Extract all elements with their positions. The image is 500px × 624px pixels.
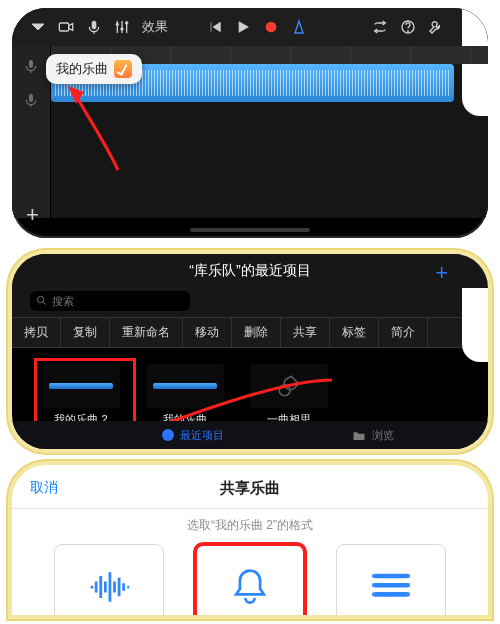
new-project-button[interactable]: + xyxy=(435,260,448,286)
svg-rect-1 xyxy=(92,21,96,29)
svg-point-3 xyxy=(121,28,124,31)
svg-rect-9 xyxy=(29,94,33,102)
cancel-button[interactable]: 取消 xyxy=(30,479,58,497)
help-icon[interactable] xyxy=(400,19,416,35)
share-title: 共享乐曲 xyxy=(220,479,280,496)
format-ringtone[interactable] xyxy=(195,544,305,615)
tab-recent[interactable]: 最近项目 xyxy=(162,428,224,443)
mic-track-icon[interactable] xyxy=(23,58,39,74)
dropdown-icon[interactable] xyxy=(30,19,46,35)
sliders-icon[interactable] xyxy=(114,19,130,35)
rewind-icon[interactable] xyxy=(207,19,223,35)
garageband-app-icon xyxy=(114,60,132,78)
metronome-icon[interactable] xyxy=(291,19,307,35)
context-menu: 拷贝 复制 重新命名 移动 删除 共享 标签 简介 xyxy=(12,317,488,348)
menu-info[interactable]: 简介 xyxy=(379,318,428,347)
svg-point-11 xyxy=(37,296,43,302)
guitar-icon xyxy=(276,373,302,399)
menu-move[interactable]: 移动 xyxy=(183,318,232,347)
share-subtitle: 选取“我的乐曲 2”的格式 xyxy=(12,509,488,544)
recent-projects-screenshot: “库乐队”的最近项目 + 拷贝 复制 重新命名 移动 删除 共享 标签 简介 我… xyxy=(12,254,488,449)
menu-rename[interactable]: 重新命名 xyxy=(110,318,183,347)
project-thumbnail xyxy=(146,364,224,408)
svg-point-7 xyxy=(407,30,408,31)
clock-icon xyxy=(162,429,174,441)
song-title-label: 我的乐曲 xyxy=(56,60,108,78)
tab-browse-label: 浏览 xyxy=(372,428,394,443)
menu-delete[interactable]: 删除 xyxy=(232,318,281,347)
browser-title-bar: “库乐队”的最近项目 + xyxy=(12,254,488,288)
camera-icon[interactable] xyxy=(58,19,74,35)
mic-track-icon-2[interactable] xyxy=(23,92,39,108)
format-options xyxy=(12,544,488,615)
play-icon[interactable] xyxy=(235,19,251,35)
format-song[interactable] xyxy=(54,544,164,615)
project-thumbnail xyxy=(250,364,328,408)
menu-tags[interactable]: 标签 xyxy=(330,318,379,347)
waveform-icon xyxy=(87,565,131,609)
tracks-icon xyxy=(369,565,413,609)
menu-duplicate[interactable]: 复制 xyxy=(61,318,110,347)
wrench-icon[interactable] xyxy=(428,19,444,35)
bell-icon xyxy=(228,565,272,609)
mic-icon[interactable] xyxy=(86,19,102,35)
menu-share[interactable]: 共享 xyxy=(281,318,330,347)
share-sheet-screenshot: 取消 共享乐曲 选取“我的乐曲 2”的格式 xyxy=(12,465,488,615)
fx-button[interactable]: 效果 xyxy=(142,18,168,36)
search-icon xyxy=(36,295,47,306)
search-row xyxy=(12,288,488,317)
svg-point-5 xyxy=(265,22,276,33)
editor-toolbar: 效果 xyxy=(12,8,488,46)
editor-screenshot: 效果 我的乐曲 + xyxy=(12,8,488,238)
tab-browse[interactable]: 浏览 xyxy=(352,428,394,443)
bottom-tab-bar: 最近项目 浏览 xyxy=(12,421,488,449)
browser-title: “库乐队”的最近项目 xyxy=(189,262,310,280)
menu-copy[interactable]: 拷贝 xyxy=(12,318,61,347)
folder-icon xyxy=(352,430,366,441)
home-indicator xyxy=(190,228,310,232)
svg-point-2 xyxy=(116,23,119,26)
tab-recent-label: 最近项目 xyxy=(180,428,224,443)
song-title-popover[interactable]: 我的乐曲 xyxy=(46,54,142,84)
project-thumbnail xyxy=(42,364,120,408)
svg-point-4 xyxy=(125,22,128,25)
svg-rect-8 xyxy=(29,60,33,68)
format-project[interactable] xyxy=(336,544,446,615)
share-header: 取消 共享乐曲 xyxy=(12,475,488,509)
search-input[interactable] xyxy=(30,291,190,311)
loop-icon[interactable] xyxy=(372,19,388,35)
add-track-button[interactable]: + xyxy=(26,202,39,228)
record-icon[interactable] xyxy=(263,19,279,35)
svg-rect-0 xyxy=(59,23,68,31)
